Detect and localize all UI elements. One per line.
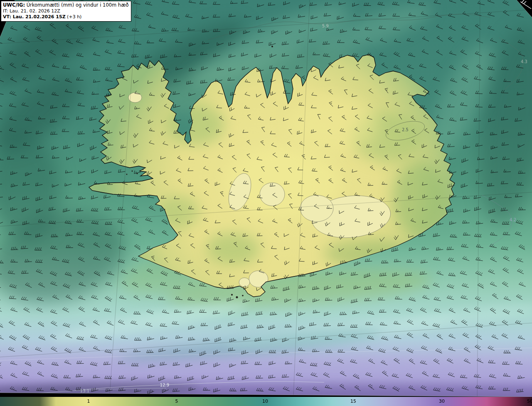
colorbar-tick-5: 5 bbox=[175, 397, 178, 406]
valid-time-main: VT: Lau. 21.02.2026 15Z bbox=[3, 14, 66, 20]
precipitation-colorbar: 1510153050 bbox=[0, 397, 532, 406]
weather-map-viewport: 5.94.32.54.212.913.1 UWC/IG: Úrkomumætti… bbox=[0, 0, 532, 406]
valid-time-offset: (+3 h) bbox=[66, 14, 82, 20]
map-title-line: UWC/IG: Úrkomumætti (mm) og vindur i 100… bbox=[3, 2, 129, 8]
init-time-line: IT: Lau. 21. 02. 2026 12Z bbox=[3, 8, 129, 14]
map-title: Úrkomumætti (mm) og vindur i 100m hæð bbox=[25, 2, 129, 8]
weather-map-canvas bbox=[0, 0, 532, 406]
colorbar-tick-30: 30 bbox=[439, 397, 445, 406]
colorbar-tick-1: 1 bbox=[87, 397, 90, 406]
colorbar-tick-10: 10 bbox=[262, 397, 268, 406]
colorbar-tick-50: 50 bbox=[527, 397, 532, 406]
valid-time-line: VT: Lau. 21.02.2026 15Z (+3 h) bbox=[3, 14, 129, 20]
model-label: UWC/IG: bbox=[3, 2, 25, 8]
colorbar-tick-15: 15 bbox=[350, 397, 356, 406]
map-info-box: UWC/IG: Úrkomumætti (mm) og vindur i 100… bbox=[1, 1, 131, 22]
